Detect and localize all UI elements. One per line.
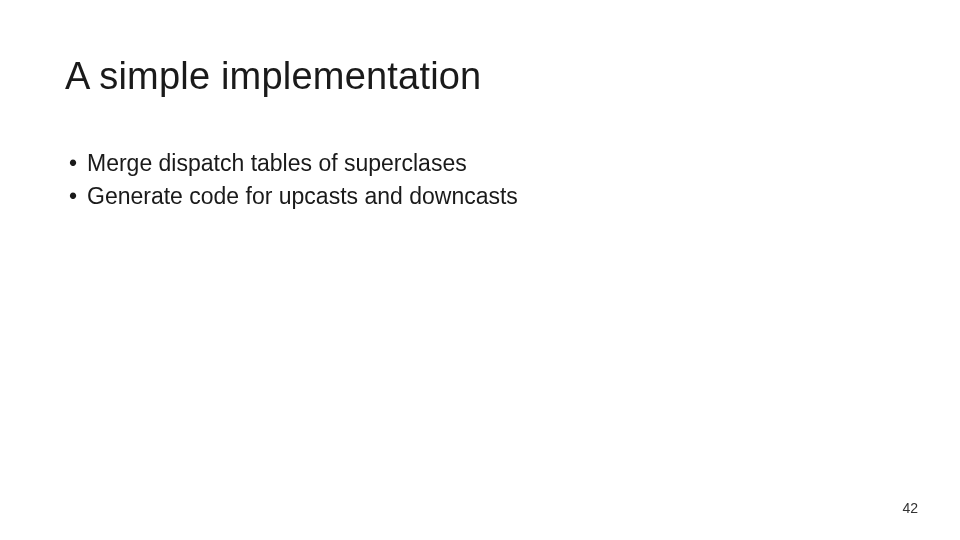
- slide-container: A simple implementation Merge dispatch t…: [0, 0, 960, 540]
- page-number: 42: [902, 500, 918, 516]
- list-item: Merge dispatch tables of superclases: [69, 148, 895, 179]
- list-item: Generate code for upcasts and downcasts: [69, 181, 895, 212]
- bullet-list: Merge dispatch tables of superclases Gen…: [65, 148, 895, 212]
- slide-title: A simple implementation: [65, 55, 895, 98]
